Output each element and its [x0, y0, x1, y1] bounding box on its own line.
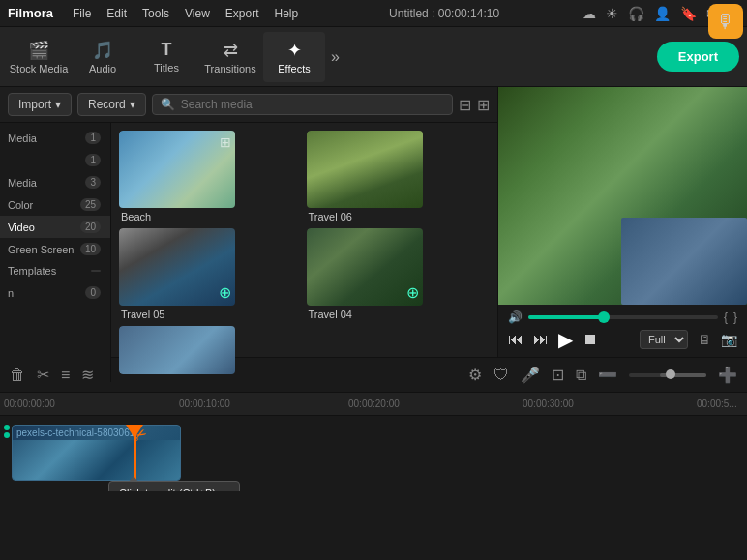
settings-icon[interactable]: ⚙: [468, 366, 482, 384]
media-item-travel06[interactable]: Travel 06: [307, 131, 491, 224]
track-label: [4, 425, 12, 483]
clip-1-label: pexels-c-technical-5803061: [13, 426, 180, 440]
tool-titles[interactable]: T Titles: [135, 32, 197, 82]
headphones-icon[interactable]: 🎧: [628, 6, 644, 21]
progress-bar[interactable]: 🔊 { }: [508, 310, 737, 324]
travel06-thumbnail: [307, 131, 423, 208]
main-toolbar: 🎬 Stock Media 🎵 Audio T Titles ⇄ Transit…: [0, 27, 747, 87]
beach-thumbnail: ⊞: [119, 131, 235, 208]
search-input[interactable]: [181, 98, 444, 111]
sidebar-item-row2[interactable]: 1: [0, 149, 110, 171]
transitions-icon: ⇄: [224, 40, 238, 61]
zoom-in-button[interactable]: ➕: [718, 366, 737, 384]
travel04-label: Travel 04: [307, 306, 491, 322]
step-frame-back-button[interactable]: ⏭: [533, 331, 549, 348]
preview-controls: 🔊 { } ⏮ ⏭ ▶ ⏹ Full Half 1/4 🖥 📷: [498, 305, 747, 357]
quality-select[interactable]: Full Half 1/4: [640, 330, 688, 349]
shield-icon[interactable]: 🛡: [493, 367, 509, 384]
menu-view[interactable]: View: [177, 7, 218, 20]
beach-thumb-icon: ⊞: [220, 134, 231, 150]
window-title: Untitled : 00:00:14:10: [306, 7, 583, 20]
menu-help[interactable]: Help: [267, 7, 307, 20]
curly-right-icon: }: [733, 310, 737, 324]
zoom-out-button[interactable]: ➖: [598, 366, 617, 384]
screenshot-icon[interactable]: 📷: [721, 332, 737, 347]
travel04-add-icon: ⊕: [406, 283, 419, 302]
media-item-travel05[interactable]: ⊕ Travel 05: [119, 228, 303, 322]
menu-tools[interactable]: Tools: [134, 7, 177, 20]
sidebar-item-greenscreen[interactable]: Green Screen 10: [0, 238, 110, 260]
sidebar-item-media2-label: Media: [8, 177, 37, 189]
sidebar-item-video[interactable]: Video 20: [0, 216, 110, 238]
sidebar-item-media2[interactable]: Media 3: [0, 171, 110, 193]
sidebar-item-row2-badge: 1: [85, 154, 101, 166]
play-button[interactable]: ▶: [558, 328, 573, 351]
sidebar-item-media1[interactable]: Media 1: [0, 127, 110, 149]
menu-file[interactable]: File: [65, 7, 99, 20]
search-icon: 🔍: [161, 98, 175, 111]
waveform-button[interactable]: ≋: [81, 366, 94, 384]
sidebar-item-templates-label: Templates: [8, 265, 56, 277]
audio-settings-button[interactable]: ≡: [61, 367, 70, 384]
sidebar-item-n[interactable]: n 0: [0, 281, 110, 304]
effects-icon: ✦: [287, 40, 302, 61]
partial-thumbnail: [119, 326, 235, 374]
media-item-beach[interactable]: ⊞ Beach: [119, 131, 303, 224]
captions-button[interactable]: ⊡: [552, 366, 564, 384]
zoom-thumb: [666, 369, 675, 379]
search-box[interactable]: 🔍: [152, 94, 453, 115]
monitor-icon[interactable]: 🖥: [698, 332, 711, 347]
track-row: ✂ pexels-c-technical-5803061 Click to sp…: [0, 420, 747, 487]
preview-panel: 🔊 { } ⏮ ⏭ ▶ ⏹ Full Half 1/4 🖥 📷: [498, 87, 747, 357]
tool-effects[interactable]: ✦ Effects: [263, 32, 325, 82]
media-toolbar: Import ▾ Record ▾ 🔍 ⊟ ⊞: [0, 87, 497, 123]
sidebar-item-media2-badge: 3: [85, 176, 101, 189]
time-20: 00:00:20:00: [348, 398, 400, 409]
progress-thumb: [598, 311, 610, 323]
sidebar-item-media1-label: Media: [8, 133, 37, 144]
user-icon[interactable]: 👤: [654, 6, 671, 21]
sidebar-item-video-badge: 20: [80, 221, 101, 233]
cut-button[interactable]: ✂: [37, 366, 49, 384]
tool-transitions[interactable]: ⇄ Transitions: [199, 32, 261, 82]
menu-export[interactable]: Export: [218, 7, 267, 20]
clip-1-thumbnail: [13, 440, 180, 481]
bookmark-icon[interactable]: 🔖: [680, 6, 697, 21]
sidebar-item-color[interactable]: Color 25: [0, 193, 110, 216]
sidebar-item-templates[interactable]: Templates: [0, 260, 110, 281]
cloud-icon[interactable]: ☁: [583, 6, 596, 21]
playback-controls: ⏮ ⏭ ▶ ⏹ Full Half 1/4 🖥 📷: [508, 328, 737, 351]
track-dot-2: [4, 432, 10, 438]
progress-track[interactable]: [528, 315, 718, 319]
import-button[interactable]: Import ▾: [8, 93, 72, 116]
toolbar-expand-button[interactable]: »: [327, 48, 344, 66]
import-chevron-icon: ▾: [55, 98, 61, 111]
grid-view-icon[interactable]: ⊞: [477, 96, 490, 114]
stop-button[interactable]: ⏹: [583, 331, 598, 348]
delete-button[interactable]: 🗑: [10, 367, 25, 384]
progress-fill: [528, 315, 604, 319]
tool-stock-media[interactable]: 🎬 Stock Media: [8, 32, 70, 82]
sidebar-item-n-label: n: [8, 287, 14, 299]
tool-audio[interactable]: 🎵 Audio: [72, 32, 134, 82]
step-backward-button[interactable]: ⏮: [508, 331, 523, 348]
export-button[interactable]: Export: [657, 42, 739, 72]
mic-button[interactable]: 🎤: [521, 366, 540, 384]
tool-titles-label: Titles: [154, 62, 179, 74]
media-item-travel04[interactable]: ⊕ Travel 04: [307, 228, 491, 322]
sun-icon[interactable]: ☀: [606, 6, 618, 21]
time-0: 00:00:00:00: [4, 398, 55, 409]
volume-icon[interactable]: 🔊: [508, 310, 523, 324]
filter-icon[interactable]: ⊟: [459, 96, 471, 114]
time-30: 00:00:30:00: [523, 398, 574, 409]
sidebar-item-video-label: Video: [8, 221, 35, 233]
travel04-thumbnail: ⊕: [307, 228, 423, 306]
zoom-slider[interactable]: [629, 373, 706, 377]
record-button[interactable]: Record ▾: [77, 93, 146, 116]
pip-button[interactable]: ⧉: [576, 367, 586, 384]
menu-edit[interactable]: Edit: [99, 7, 134, 20]
media-item-partial[interactable]: [119, 326, 303, 374]
clip-1[interactable]: pexels-c-technical-5803061: [12, 425, 181, 481]
tool-audio-label: Audio: [89, 63, 116, 74]
timeline-content: 00:00:00:00 00:00:10:00 00:00:20:00 00:0…: [0, 393, 747, 560]
